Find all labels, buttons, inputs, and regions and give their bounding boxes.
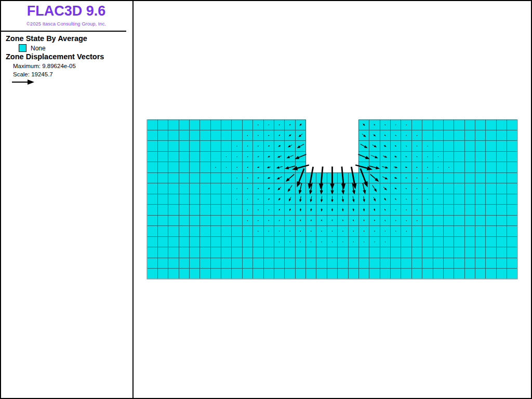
zone-state-swatch (19, 44, 26, 52)
flac3d-window: FLAC3D 9.6 ©2025 Itasca Consulting Group… (0, 0, 532, 399)
vectors-heading: Zone Displacement Vectors (6, 52, 104, 61)
vectors-scale: Scale: 19245.7 (13, 71, 53, 77)
zone-state-heading: Zone State By Average (6, 34, 87, 43)
scale-arrow-icon (12, 78, 35, 86)
legend-panel: FLAC3D 9.6 ©2025 Itasca Consulting Group… (0, 0, 132, 399)
legend-divider (1, 31, 126, 32)
vectors-maximum: Maximum: 9.89624e-05 (13, 63, 76, 69)
app-title: FLAC3D 9.6 (0, 3, 132, 19)
zone-state-label: None (31, 45, 46, 52)
copyright-text: ©2025 Itasca Consulting Group, Inc. (0, 21, 132, 26)
panel-separator (132, 0, 134, 399)
